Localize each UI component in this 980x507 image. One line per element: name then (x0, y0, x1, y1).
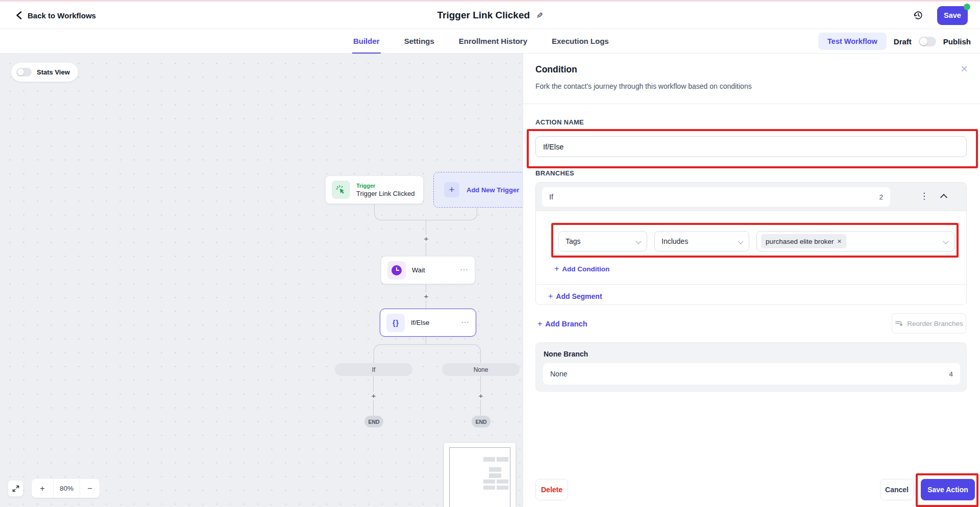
plus-icon: + (537, 319, 542, 328)
connector-line (426, 337, 427, 344)
history-icon[interactable] (913, 10, 924, 21)
connector-branch-right-elbow (426, 344, 481, 363)
condition-operator-value: Includes (662, 237, 688, 245)
chevron-down-icon (635, 238, 641, 244)
app-bar: Back to Workflows Trigger Link Clicked ✎… (0, 2, 980, 29)
condition-value-multiselect[interactable]: purchased elite broker × (756, 231, 954, 251)
test-workflow-button[interactable]: Test Workflow (818, 33, 887, 50)
condition-action-panel: Condition Fork the contact's journey thr… (523, 54, 980, 507)
none-branch-name: None (550, 370, 949, 378)
node-menu-icon[interactable]: ⋯ (461, 317, 470, 326)
node-menu-icon[interactable]: ⋯ (460, 264, 469, 274)
branch-name-field[interactable]: If 2 (542, 187, 890, 207)
reorder-branches-button[interactable]: Reorder Branches (892, 313, 966, 334)
publish-label: Publish (943, 37, 971, 46)
chevron-down-icon (943, 238, 948, 244)
action-name-input[interactable] (535, 136, 967, 157)
tabs-group: Builder Settings Enrollment History Exec… (352, 29, 610, 54)
condition-operator-select[interactable]: Includes (654, 231, 749, 251)
workflow-tab-bar: Builder Settings Enrollment History Exec… (0, 29, 980, 54)
braces-icon: { } (386, 314, 405, 332)
branch-menu-icon[interactable]: ⋮ (920, 191, 928, 201)
back-to-workflows-button[interactable]: Back to Workflows (15, 2, 96, 29)
zoom-level: 80% (53, 479, 80, 498)
minimap[interactable] (444, 443, 516, 507)
add-step-plus-icon[interactable]: + (477, 392, 485, 400)
none-branch-card: None Branch None 4 (535, 342, 967, 392)
workflow-title-wrap: Trigger Link Clicked ✎ (437, 2, 543, 29)
ifelse-node-title: If/Else (411, 319, 429, 326)
cancel-button[interactable]: Cancel (880, 479, 914, 500)
publish-toggle[interactable] (919, 37, 936, 46)
stats-view-toggle[interactable] (16, 68, 32, 77)
fit-to-screen-button[interactable] (8, 480, 23, 497)
close-panel-icon[interactable]: × (961, 63, 968, 75)
branch-card-if: If 2 ⋮ Tags Includes purchased elite (535, 182, 967, 305)
none-branch-field[interactable]: None 4 (543, 363, 960, 385)
condition-field-value: Tags (566, 237, 581, 245)
chip-remove-icon[interactable]: × (838, 237, 842, 245)
clock-icon (387, 261, 406, 280)
expand-icon (12, 485, 20, 493)
workflow-canvas[interactable]: Stats View + + + + (0, 54, 523, 507)
plus-icon: + (444, 182, 459, 197)
add-step-plus-icon[interactable]: + (422, 235, 430, 243)
add-branch-button[interactable]: + Add Branch (537, 319, 587, 328)
add-segment-label: Add Segment (556, 292, 602, 300)
tab-settings[interactable]: Settings (403, 29, 435, 54)
trigger-type-label: Trigger (356, 183, 414, 189)
branch-label-if[interactable]: If (335, 363, 412, 376)
wait-node[interactable]: Wait ⋯ (381, 256, 475, 284)
reorder-icon (895, 320, 903, 327)
add-segment-button[interactable]: + Add Segment (548, 292, 602, 301)
tab-bar-actions: Test Workflow Draft Publish (818, 29, 971, 54)
main-area: Stats View + + + + (0, 54, 980, 507)
collapse-branch-icon[interactable] (940, 194, 947, 201)
page-title: Trigger Link Clicked (437, 10, 530, 21)
wait-node-title: Wait (412, 266, 425, 274)
add-new-trigger-node[interactable]: + Add New Trigger (433, 172, 523, 208)
toggle-knob (17, 69, 24, 75)
trigger-node[interactable]: Trigger Trigger Link Clicked (325, 175, 424, 204)
stats-view-label: Stats View (37, 68, 70, 76)
save-button[interactable]: Save (937, 6, 968, 25)
divider (536, 284, 966, 285)
ifelse-node-selected[interactable]: { } If/Else ⋯ (380, 309, 476, 337)
branch-label-none[interactable]: None (442, 363, 520, 376)
action-name-label: ACTION NAME (535, 118, 584, 126)
chevron-down-icon (738, 238, 743, 244)
condition-field-select[interactable]: Tags (558, 231, 647, 251)
add-condition-button[interactable]: + Add Condition (554, 264, 609, 273)
add-condition-label: Add Condition (562, 265, 609, 273)
value-chip: purchased elite broker × (761, 234, 846, 248)
chevron-left-icon (15, 11, 22, 19)
plus-icon: + (548, 292, 553, 301)
end-node: END (472, 416, 491, 427)
toggle-knob (920, 38, 927, 45)
edit-title-icon[interactable]: ✎ (536, 11, 543, 20)
add-step-plus-icon[interactable]: + (370, 392, 378, 400)
tab-enrollment-history[interactable]: Enrollment History (458, 29, 528, 54)
zoom-in-button[interactable]: + (32, 479, 53, 498)
tab-builder[interactable]: Builder (352, 29, 381, 54)
app-bar-actions: Save (913, 2, 968, 29)
save-action-button[interactable]: Save Action (921, 479, 975, 500)
cursor-click-icon (332, 181, 350, 199)
branches-label: BRANCHES (535, 169, 574, 177)
connector-trigger-elbow (374, 204, 426, 220)
delete-button[interactable]: Delete (535, 479, 568, 500)
panel-header: Condition Fork the contact's journey thr… (523, 54, 980, 104)
save-label: Save (944, 11, 961, 19)
unsaved-changes-dot (964, 4, 970, 10)
workflow-builder-app: Back to Workflows Trigger Link Clicked ✎… (0, 0, 980, 507)
trigger-node-title: Trigger Link Clicked (356, 190, 414, 197)
zoom-out-button[interactable]: − (80, 479, 100, 498)
add-step-plus-icon[interactable]: + (422, 292, 430, 300)
chip-label: purchased elite broker (766, 238, 834, 245)
tab-execution-logs[interactable]: Execution Logs (551, 29, 610, 54)
none-branch-label: None Branch (544, 350, 588, 358)
zoom-controls: + 80% − (32, 479, 100, 498)
branch-header: If 2 ⋮ (536, 183, 966, 211)
back-label: Back to Workflows (28, 11, 96, 20)
branch-action-count: 2 (879, 193, 883, 201)
